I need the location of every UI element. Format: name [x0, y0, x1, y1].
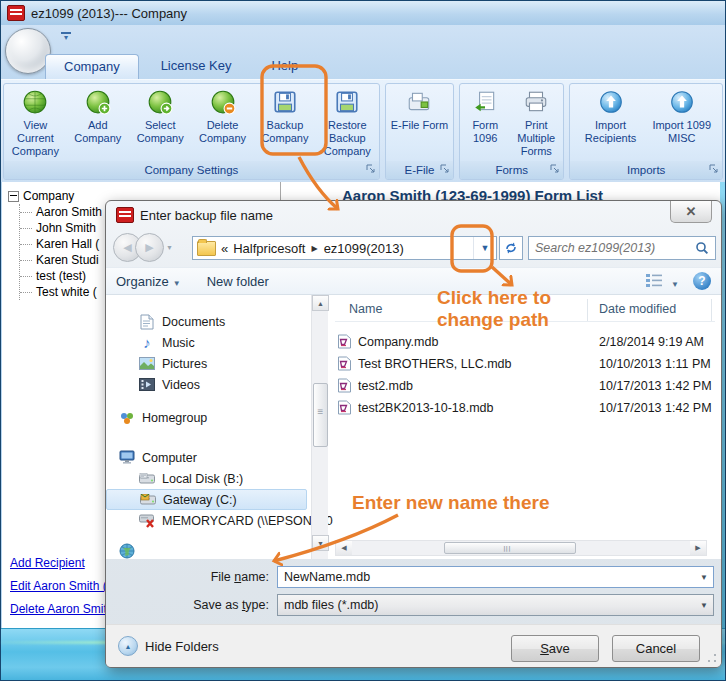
- address-dropdown-button[interactable]: ▼: [473, 237, 496, 259]
- new-folder-button[interactable]: New folder: [207, 274, 269, 289]
- scroll-up-button[interactable]: ▲: [312, 295, 329, 311]
- computer-icon: [119, 450, 135, 466]
- scroll-left-button[interactable]: ◀: [336, 541, 352, 555]
- tree-root-company[interactable]: Company: [8, 188, 102, 204]
- save-as-type-select[interactable]: mdb files (*.mdb) ▼: [277, 594, 714, 616]
- delete-company-button[interactable]: Delete Company: [192, 89, 254, 145]
- breadcrumb-segment[interactable]: Halfpricesoft: [233, 241, 305, 256]
- nav-item-local-disk-b[interactable]: Local Disk (B:): [106, 468, 307, 489]
- tree-item[interactable]: Aaron Smith: [20, 204, 102, 220]
- view-current-company-button[interactable]: View Current Company: [4, 89, 66, 158]
- address-breadcrumb[interactable]: « Halfpricesoft ▶ ez1099(2013) ▼: [192, 236, 497, 260]
- chevron-down-icon[interactable]: ▼: [700, 573, 708, 582]
- globe-add-icon: [85, 89, 111, 115]
- tab-help[interactable]: Help: [253, 54, 316, 79]
- network-icon[interactable]: [119, 543, 135, 559]
- scroll-down-button[interactable]: ▼: [312, 535, 329, 551]
- help-button[interactable]: ?: [693, 272, 711, 290]
- delete-recipient-link[interactable]: Delete Aaron Smit: [10, 602, 107, 616]
- nav-item-pictures[interactable]: Pictures: [106, 353, 307, 374]
- import-icon: [598, 89, 624, 115]
- music-icon: ♪: [139, 335, 155, 351]
- disk-drive-icon: [139, 471, 155, 487]
- search-box[interactable]: Search ez1099(2013): [528, 236, 716, 260]
- add-recipient-link[interactable]: Add Recipient: [10, 556, 107, 570]
- column-header-name[interactable]: Name: [349, 302, 382, 316]
- organize-menu-button[interactable]: Organize▼: [116, 274, 181, 289]
- resize-grip[interactable]: [707, 653, 717, 663]
- collapse-icon[interactable]: [8, 191, 19, 202]
- scrollbar-thumb[interactable]: [313, 383, 328, 447]
- tree-item[interactable]: Karen Hall (: [20, 236, 102, 252]
- dialog-launcher-icon[interactable]: [440, 164, 450, 174]
- tab-license-key[interactable]: License Key: [143, 54, 250, 79]
- dialog-launcher-icon[interactable]: [550, 164, 560, 174]
- nav-item-gateway-c[interactable]: Gateway (C:): [106, 489, 307, 510]
- form-1096-button[interactable]: Form 1096: [461, 89, 509, 145]
- quick-access-toolbar-dropdown-icon[interactable]: ▾: [61, 32, 71, 41]
- efile-form-button[interactable]: E-File Form: [388, 89, 450, 132]
- backup-company-button[interactable]: Backup Company: [254, 89, 316, 145]
- breadcrumb-overflow-chevron[interactable]: «: [221, 241, 228, 256]
- scrollbar-thumb[interactable]: [444, 542, 576, 554]
- hide-folders-button[interactable]: ▲ Hide Folders: [118, 636, 219, 656]
- select-company-button[interactable]: Select Company: [129, 89, 191, 145]
- breadcrumb-segment[interactable]: ez1099(2013): [324, 241, 404, 256]
- tree-item[interactable]: John Smith: [20, 220, 102, 236]
- file-name-input[interactable]: NewName.mdb ▼: [277, 566, 714, 588]
- import-1099-misc-button[interactable]: Import 1099 MISC: [651, 89, 713, 145]
- file-row[interactable]: test2.mdb 10/17/2013 1:42 PM: [337, 375, 413, 396]
- file-row[interactable]: Test BROTHERS, LLC.mdb 10/10/2013 1:11 P…: [337, 353, 512, 374]
- ribbon: View Current Company Add Company Select …: [1, 79, 725, 182]
- tree-item[interactable]: test (test): [20, 268, 102, 284]
- edit-recipient-link[interactable]: Edit Aaron Smith (: [10, 579, 107, 593]
- views-button[interactable]: ▼: [645, 273, 679, 290]
- group-caption-imports: Imports: [570, 161, 722, 179]
- globe-icon: [22, 89, 48, 115]
- nav-item-documents[interactable]: Documents: [106, 311, 307, 332]
- close-button[interactable]: ✕: [670, 201, 712, 223]
- column-separator[interactable]: [711, 299, 712, 321]
- history-dropdown-icon[interactable]: ▼: [166, 244, 173, 251]
- import-recipients-button[interactable]: Import Recipients: [580, 89, 642, 145]
- nav-item-music[interactable]: ♪ Music: [106, 332, 307, 353]
- views-icon: [645, 273, 663, 287]
- add-company-button[interactable]: Add Company: [67, 89, 129, 145]
- picture-icon: [139, 356, 155, 372]
- forward-button[interactable]: ▶: [135, 233, 164, 262]
- save-button[interactable]: Save: [511, 635, 599, 662]
- nav-item-memorycard[interactable]: MEMORYCARD (\\EPSON000: [106, 510, 307, 531]
- homegroup-icon: [119, 410, 135, 426]
- restore-backup-company-button[interactable]: Restore Backup Company: [316, 89, 378, 158]
- tree-item[interactable]: Karen Studi: [20, 252, 102, 268]
- ribbon-tab-row: Company License Key Help: [45, 54, 316, 79]
- dialog-launcher-icon[interactable]: [709, 164, 719, 174]
- file-row[interactable]: test2BK2013-10-18.mdb 10/17/2013 1:42 PM: [337, 397, 494, 418]
- app-icon: [7, 5, 25, 21]
- column-separator[interactable]: [587, 299, 588, 321]
- nav-item-homegroup[interactable]: Homegroup: [106, 407, 307, 428]
- file-row[interactable]: Company.mdb 2/18/2014 9:19 AM: [337, 331, 438, 352]
- nav-item-computer[interactable]: Computer: [106, 447, 307, 468]
- file-list-horizontal-scrollbar[interactable]: ◀ ▶: [335, 540, 707, 556]
- print-multiple-forms-button[interactable]: Print Multiple Forms: [510, 89, 562, 158]
- cancel-button[interactable]: Cancel: [612, 635, 700, 662]
- dialog-toolbar: Organize▼ New folder ▼ ?: [106, 267, 721, 295]
- chevron-right-icon[interactable]: ▶: [311, 244, 317, 253]
- tree-item[interactable]: Test white (: [20, 284, 102, 300]
- scroll-right-button[interactable]: ▶: [690, 541, 706, 555]
- refresh-button[interactable]: [499, 236, 523, 260]
- globe-delete-icon: [210, 89, 236, 115]
- nav-item-videos[interactable]: Videos: [106, 374, 307, 395]
- navpane-scrollbar[interactable]: ▲ ▼: [311, 295, 328, 559]
- chevron-down-icon[interactable]: ▼: [700, 601, 708, 610]
- mdb-file-icon: [337, 400, 352, 415]
- column-header-date-modified[interactable]: Date modified: [599, 302, 676, 316]
- search-icon[interactable]: [695, 241, 709, 255]
- file-name-row: File name: NewName.mdb ▼: [106, 565, 721, 589]
- dialog-launcher-icon[interactable]: [366, 164, 376, 174]
- document-icon: [139, 314, 155, 330]
- efile-icon: [406, 89, 432, 115]
- refresh-icon: [504, 241, 518, 255]
- tab-company[interactable]: Company: [45, 54, 139, 79]
